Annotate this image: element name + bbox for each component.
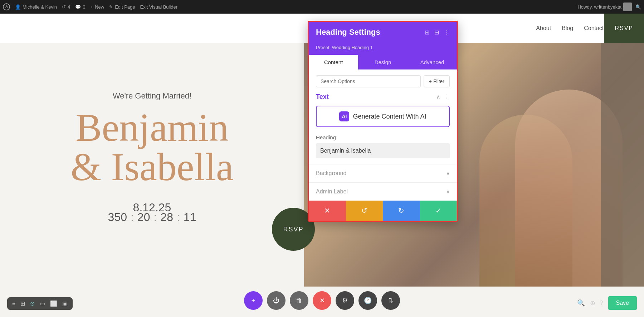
- bottom-toolbar: ≡ ⊞ ⊙ ▭ ⬜ ▣: [7, 297, 73, 310]
- admin-label-text: Admin Label: [316, 188, 348, 195]
- search-admin-icon[interactable]: 🔍: [635, 4, 641, 10]
- hero-title-line2: & Isabella: [70, 145, 233, 189]
- save-button[interactable]: Save: [608, 296, 637, 310]
- panel-header-icons: ⊞ ⊟ ⋮: [425, 29, 450, 36]
- countdown-sep1: :: [131, 211, 134, 224]
- edit-page-item[interactable]: ✎ Edit Page: [109, 4, 135, 10]
- toolbar-mobile-icon[interactable]: ▣: [62, 300, 68, 307]
- toolbar-grid-icon[interactable]: ⊞: [20, 300, 25, 307]
- clock-icon: 🕐: [364, 297, 372, 304]
- undo-footer-button[interactable]: ↺: [346, 201, 383, 221]
- admin-bar-right: Howdy, writtenbyekta 🔍: [577, 3, 641, 11]
- countdown-sep2: :: [153, 211, 157, 224]
- layers-icon[interactable]: ⊕: [590, 299, 595, 307]
- toolbar-tablet-icon[interactable]: ⬜: [50, 300, 57, 307]
- heading-input[interactable]: [316, 143, 450, 158]
- background-chevron-icon: ∨: [446, 170, 450, 177]
- admin-bar-left: W 👤 Michelle & Kevin ↺ 4 💬 0 + New ✎ Edi…: [3, 3, 572, 10]
- panel-footer: ✕ ↺ ↻ ✓: [309, 201, 457, 221]
- delete-button[interactable]: 🗑: [290, 291, 308, 310]
- redo-footer-button[interactable]: ↻: [383, 201, 420, 221]
- sliders-icon: ⇅: [388, 297, 394, 304]
- comments-item[interactable]: 💬 0: [75, 4, 85, 10]
- admin-label-collapsible[interactable]: Admin Label ∨: [309, 182, 457, 201]
- bottom-right-icons: 🔍 ⊕ ? Save: [577, 296, 637, 310]
- more-icon[interactable]: ⋮: [444, 29, 450, 36]
- revisions-item[interactable]: ↺ 4: [62, 4, 70, 10]
- ai-icon: AI: [339, 111, 349, 121]
- nav-contact[interactable]: Contact: [584, 25, 604, 32]
- filter-button[interactable]: + Filter: [424, 75, 450, 87]
- collapse-icon[interactable]: ∧: [436, 93, 440, 100]
- comments-icon: 💬: [75, 4, 81, 10]
- person-icon: 👤: [15, 4, 21, 10]
- plus-icon: +: [91, 4, 93, 10]
- tab-content[interactable]: Content: [309, 55, 358, 69]
- text-section-title: Text: [316, 93, 329, 101]
- columns-icon[interactable]: ⊟: [434, 29, 439, 36]
- bottom-center-icons: + ⏻ 🗑 ✕ ⚙ 🕐 ⇅: [244, 291, 400, 310]
- add-module-button[interactable]: +: [244, 291, 263, 310]
- ai-button-label: Generate Content With AI: [353, 113, 426, 120]
- panel-preset-row: Preset: Wedding Heading 1: [309, 43, 457, 55]
- howdy-item[interactable]: Howdy, writtenbyekta: [577, 3, 632, 11]
- toggle-button[interactable]: ⇅: [381, 291, 400, 310]
- power-icon: ⏻: [273, 297, 279, 304]
- help-icon[interactable]: ?: [600, 299, 603, 307]
- redo-icon: ↻: [398, 206, 404, 215]
- section-more-icon[interactable]: ⋮: [444, 93, 450, 100]
- search-row: + Filter: [316, 75, 450, 87]
- tab-advanced[interactable]: Advanced: [408, 55, 457, 69]
- expand-icon[interactable]: ⊞: [425, 29, 429, 36]
- rsvp-circle-label: RSVP: [283, 226, 303, 233]
- countdown-days: 350: [108, 211, 127, 224]
- revisions-icon: ↺: [62, 4, 66, 10]
- settings-button[interactable]: ⚙: [336, 291, 354, 310]
- panel-body: + Filter Text ∧ ⋮ AI Generate Content Wi…: [309, 69, 457, 164]
- toolbar-search-icon[interactable]: ⊙: [30, 300, 35, 307]
- site-name-item[interactable]: 👤 Michelle & Kevin: [15, 4, 57, 10]
- close-button[interactable]: ✕: [313, 291, 331, 310]
- history-button[interactable]: 🕐: [358, 291, 377, 310]
- comments-count: 0: [83, 4, 85, 10]
- site-wrapper: Ben & Izzy About Blog Contact Home RSVP …: [0, 14, 644, 317]
- preset-text[interactable]: Preset: Wedding Heading 1: [316, 45, 373, 50]
- wp-logo-icon: W: [3, 3, 10, 10]
- power-button[interactable]: ⏻: [267, 291, 286, 310]
- heading-field-label: Heading: [316, 134, 450, 140]
- wp-logo-item[interactable]: W: [3, 3, 10, 10]
- toolbar-menu-icon[interactable]: ≡: [12, 301, 15, 307]
- admin-bar: W 👤 Michelle & Kevin ↺ 4 💬 0 + New ✎ Edi…: [0, 0, 644, 14]
- nav-about[interactable]: About: [536, 25, 551, 32]
- revisions-count: 4: [68, 4, 70, 10]
- cancel-icon: ✕: [324, 206, 330, 215]
- trash-icon: 🗑: [296, 297, 302, 304]
- countdown-seconds: 11: [184, 211, 196, 224]
- countdown-minutes: 28: [160, 211, 173, 224]
- howdy-text: Howdy, writtenbyekta: [577, 4, 621, 10]
- check-icon: ✓: [435, 206, 441, 215]
- nav-blog[interactable]: Blog: [562, 25, 573, 32]
- edit-page-label: Edit Page: [115, 4, 135, 10]
- ai-icon-label: AI: [342, 114, 347, 119]
- tab-design[interactable]: Design: [358, 55, 408, 69]
- site-name: Michelle & Kevin: [23, 4, 57, 10]
- background-collapsible[interactable]: Background ∨: [309, 164, 457, 182]
- avatar: [623, 3, 632, 11]
- panel-header: Heading Settings ⊞ ⊟ ⋮: [309, 22, 457, 43]
- pencil-icon: ✎: [109, 4, 113, 10]
- hero-wall: [601, 43, 644, 287]
- countdown: 350 : 20 : 28 : 11: [29, 211, 275, 224]
- background-label: Background: [316, 170, 346, 177]
- search-bottom-icon[interactable]: 🔍: [577, 299, 585, 307]
- exit-builder-item[interactable]: Exit Visual Builder: [140, 4, 178, 10]
- toolbar-desktop-icon[interactable]: ▭: [40, 300, 45, 307]
- x-icon: ✕: [319, 297, 325, 304]
- rsvp-header-button[interactable]: RSVP: [604, 14, 644, 43]
- hero-title: Benjamin & Isabella: [29, 108, 275, 187]
- cancel-footer-button[interactable]: ✕: [309, 201, 346, 221]
- save-footer-button[interactable]: ✓: [420, 201, 457, 221]
- new-item[interactable]: + New: [91, 4, 104, 10]
- search-options-input[interactable]: [316, 75, 421, 87]
- generate-ai-button[interactable]: AI Generate Content With AI: [316, 106, 450, 127]
